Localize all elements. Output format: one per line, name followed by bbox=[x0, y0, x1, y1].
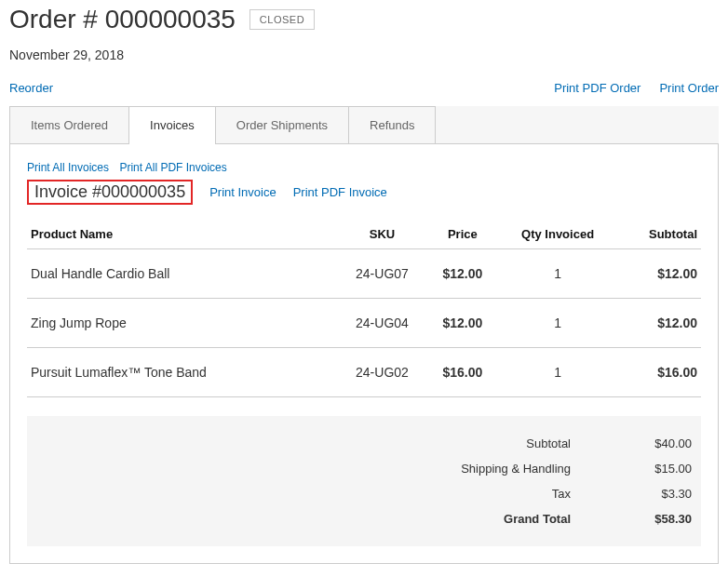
cell-subtotal: $12.00 bbox=[617, 249, 701, 299]
shipping-label: Shipping & Handling bbox=[461, 462, 571, 476]
cell-price: $16.00 bbox=[427, 348, 498, 397]
print-pdf-invoice-link[interactable]: Print PDF Invoice bbox=[293, 185, 387, 199]
cell-product-name: Zing Jump Rope bbox=[27, 299, 337, 348]
print-order-link[interactable]: Print Order bbox=[659, 81, 719, 95]
cell-price: $12.00 bbox=[427, 249, 498, 299]
grand-total-label: Grand Total bbox=[504, 512, 571, 526]
cell-qty: 1 bbox=[498, 348, 618, 397]
tax-label: Tax bbox=[552, 487, 571, 501]
tab-invoices[interactable]: Invoices bbox=[128, 106, 216, 143]
order-tabs: Items Ordered Invoices Order Shipments R… bbox=[9, 106, 719, 144]
reorder-link[interactable]: Reorder bbox=[9, 81, 53, 95]
print-all-pdf-invoices-link[interactable]: Print All PDF Invoices bbox=[119, 161, 226, 174]
shipping-value: $15.00 bbox=[627, 462, 692, 476]
cell-price: $12.00 bbox=[427, 299, 498, 348]
tab-items-ordered[interactable]: Items Ordered bbox=[9, 106, 129, 143]
cell-qty: 1 bbox=[498, 249, 618, 299]
cell-sku: 24-UG07 bbox=[337, 249, 427, 299]
order-date: November 29, 2018 bbox=[9, 47, 719, 62]
print-invoice-link[interactable]: Print Invoice bbox=[209, 185, 276, 199]
cell-subtotal: $16.00 bbox=[617, 348, 701, 397]
col-subtotal: Subtotal bbox=[617, 220, 701, 249]
subtotal-value: $40.00 bbox=[627, 436, 692, 450]
tab-order-shipments[interactable]: Order Shipments bbox=[215, 106, 349, 143]
cell-qty: 1 bbox=[498, 299, 618, 348]
grand-total-value: $58.30 bbox=[627, 512, 692, 526]
cell-sku: 24-UG02 bbox=[337, 348, 427, 397]
cell-subtotal: $12.00 bbox=[617, 299, 701, 348]
invoice-title: Invoice #000000035 bbox=[27, 180, 193, 205]
tax-value: $3.30 bbox=[627, 487, 692, 501]
invoice-items-table: Product Name SKU Price Qty Invoiced Subt… bbox=[27, 220, 701, 397]
cell-sku: 24-UG04 bbox=[337, 299, 427, 348]
print-pdf-order-link[interactable]: Print PDF Order bbox=[554, 81, 640, 95]
totals-block: Subtotal $40.00 Shipping & Handling $15.… bbox=[27, 416, 701, 546]
status-badge: CLOSED bbox=[249, 9, 315, 30]
table-row: Dual Handle Cardio Ball 24-UG07 $12.00 1… bbox=[27, 249, 701, 299]
col-product-name: Product Name bbox=[27, 220, 337, 249]
subtotal-label: Subtotal bbox=[526, 436, 571, 450]
table-row: Zing Jump Rope 24-UG04 $12.00 1 $12.00 bbox=[27, 299, 701, 348]
col-price: Price bbox=[427, 220, 498, 249]
cell-product-name: Pursuit Lumaflex™ Tone Band bbox=[27, 348, 337, 397]
tab-refunds[interactable]: Refunds bbox=[348, 106, 436, 143]
table-row: Pursuit Lumaflex™ Tone Band 24-UG02 $16.… bbox=[27, 348, 701, 397]
print-all-invoices-link[interactable]: Print All Invoices bbox=[27, 161, 109, 174]
col-sku: SKU bbox=[337, 220, 427, 249]
tab-content-invoices: Print All Invoices Print All PDF Invoice… bbox=[9, 144, 719, 564]
cell-product-name: Dual Handle Cardio Ball bbox=[27, 249, 337, 299]
order-title: Order # 000000035 bbox=[9, 5, 236, 34]
col-qty: Qty Invoiced bbox=[498, 220, 618, 249]
